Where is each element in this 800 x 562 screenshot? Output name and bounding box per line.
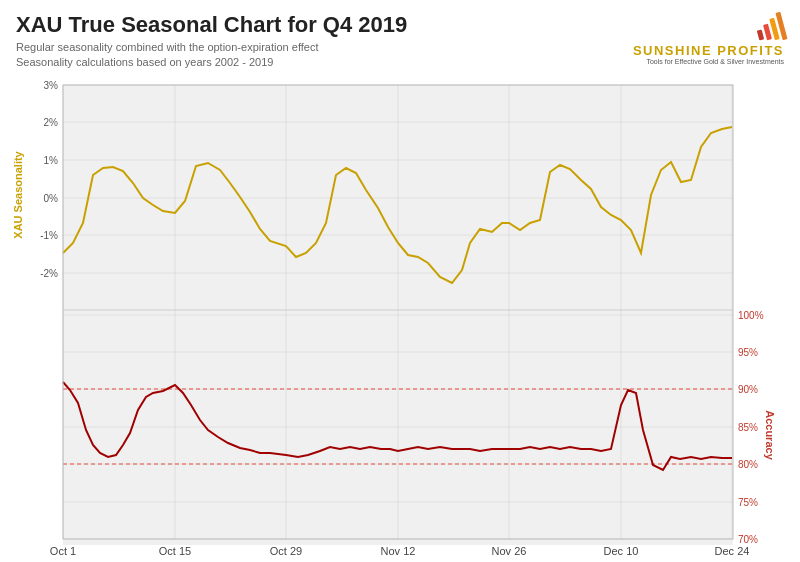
svg-text:-2%: -2% — [40, 268, 58, 279]
svg-text:Accuracy: Accuracy — [764, 410, 776, 460]
svg-text:Oct 29: Oct 29 — [270, 545, 302, 557]
svg-text:Nov 12: Nov 12 — [381, 545, 416, 557]
svg-text:80%: 80% — [738, 459, 758, 470]
svg-text:0%: 0% — [44, 193, 59, 204]
svg-text:Nov 26: Nov 26 — [492, 545, 527, 557]
svg-text:Dec 10: Dec 10 — [604, 545, 639, 557]
svg-text:XAU Seasonality: XAU Seasonality — [12, 150, 24, 238]
svg-text:3%: 3% — [44, 80, 59, 91]
svg-text:85%: 85% — [738, 422, 758, 433]
svg-text:1%: 1% — [44, 155, 59, 166]
page-container: XAU True Seasonal Chart for Q4 2019 Regu… — [0, 0, 800, 562]
svg-text:Oct 15: Oct 15 — [159, 545, 191, 557]
header-left: XAU True Seasonal Chart for Q4 2019 Regu… — [16, 12, 407, 71]
logo-tagline: Tools for Effective Gold & Silver Invest… — [646, 58, 784, 65]
svg-text:2%: 2% — [44, 117, 59, 128]
svg-text:90%: 90% — [738, 384, 758, 395]
svg-text:Dec 24: Dec 24 — [715, 545, 750, 557]
logo-area: SUNSHINE PROFITS Tools for Effective Gol… — [633, 12, 784, 67]
svg-text:Oct 1: Oct 1 — [50, 545, 76, 557]
svg-text:75%: 75% — [738, 497, 758, 508]
logo-name: SUNSHINE PROFITS — [633, 43, 784, 58]
svg-text:-1%: -1% — [40, 230, 58, 241]
svg-text:95%: 95% — [738, 347, 758, 358]
header: XAU True Seasonal Chart for Q4 2019 Regu… — [0, 0, 800, 75]
svg-text:100%: 100% — [738, 310, 764, 321]
chart-svg: 3% 2% 1% 0% -1% -2% 100% 95% 90% 85% 80%… — [8, 75, 788, 562]
main-title: XAU True Seasonal Chart for Q4 2019 — [16, 12, 407, 38]
svg-text:70%: 70% — [738, 534, 758, 545]
subtitle: Regular seasonality combined with the op… — [16, 40, 407, 71]
